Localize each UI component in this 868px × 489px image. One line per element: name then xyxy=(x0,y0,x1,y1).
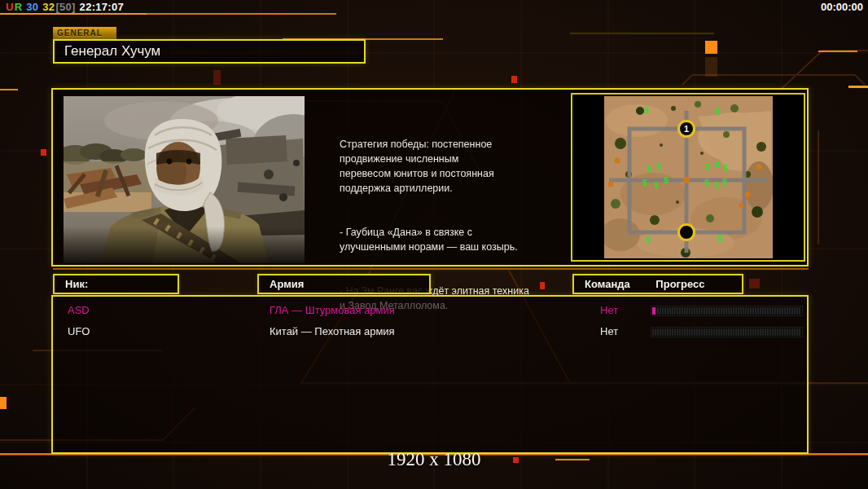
header-team-label: Команда xyxy=(585,278,630,290)
match-timer: 00:00:00 xyxy=(821,1,863,13)
player-list-panel: ASD ГЛА — Штурмовая армия Нет UFO Китай … xyxy=(51,295,809,454)
status-segment: 30 xyxy=(23,1,38,13)
player-nick: UFO xyxy=(68,321,90,342)
svg-text:$: $ xyxy=(642,178,647,187)
player-team: Нет xyxy=(600,300,618,321)
svg-text:$: $ xyxy=(654,181,659,190)
status-segment: R xyxy=(15,1,23,13)
svg-text:$: $ xyxy=(714,181,719,190)
column-header-army: Армия xyxy=(257,274,431,294)
svg-text:$: $ xyxy=(715,107,720,116)
column-header-nick: Ник: xyxy=(53,274,179,294)
svg-text:$: $ xyxy=(656,162,661,171)
status-segment: [50] xyxy=(55,1,75,13)
svg-text:$: $ xyxy=(715,161,720,170)
general-name: Генерал Хучум xyxy=(64,43,160,59)
loading-progress-bar xyxy=(651,328,802,337)
svg-text:$: $ xyxy=(704,178,709,187)
svg-text:$: $ xyxy=(644,106,649,115)
resolution-label: 1920 x 1080 xyxy=(0,449,868,470)
header-progress-label: Прогресс xyxy=(655,278,704,290)
minimap-panel: $$$$$$$$$$$$$$$ 1 xyxy=(571,93,805,262)
minimap-preview: $$$$$$$$$$$$$$$ 1 xyxy=(604,96,773,258)
svg-text:$: $ xyxy=(722,178,727,187)
header-army-label: Армия xyxy=(270,278,304,290)
tab-general[interactable]: GENERAL xyxy=(53,27,116,39)
general-title-box: Генерал Хучум xyxy=(53,39,366,64)
svg-text:$: $ xyxy=(717,234,722,243)
player-row[interactable]: UFO Китай — Пехотная армия Нет xyxy=(53,321,807,342)
column-header-team-progress: Команда Прогресс xyxy=(572,274,743,294)
general-portrait xyxy=(64,96,305,263)
player-row[interactable]: ASD ГЛА — Штурмовая армия Нет xyxy=(53,300,807,321)
header-nick-label: Ник: xyxy=(65,278,88,290)
progress-fill xyxy=(652,307,655,315)
game-lobby-screen: UR 30 32[50] 22:17:07 00:00:00 GENERAL Г… xyxy=(0,0,868,489)
svg-text:$: $ xyxy=(647,165,651,174)
player-team: Нет xyxy=(600,321,618,342)
svg-text:$: $ xyxy=(664,176,669,185)
connection-status: UR 30 32[50] 22:17:07 xyxy=(6,1,125,13)
loading-progress-bar xyxy=(651,306,802,315)
svg-text:$: $ xyxy=(723,164,728,173)
svg-text:$: $ xyxy=(705,162,710,171)
wreckage-debris xyxy=(64,161,153,212)
status-segment: U xyxy=(6,1,14,13)
start-position-marker-2 xyxy=(679,225,695,240)
svg-text:1: 1 xyxy=(684,124,689,134)
player-army: Китай — Пехотная армия xyxy=(270,321,395,342)
status-segment: 32 xyxy=(39,1,55,13)
player-army: ГЛА — Штурмовая армия xyxy=(270,300,395,321)
player-nick: ASD xyxy=(68,300,90,321)
strategy-paragraph: - Гаубица «Дана» в связке с улучшенными … xyxy=(340,225,577,254)
briefing-panel: Стратегия победы: постепенное продвижени… xyxy=(51,88,809,267)
strategy-paragraph: Стратегия победы: постепенное продвижени… xyxy=(340,137,577,196)
start-position-marker-1: 1 xyxy=(679,121,695,137)
svg-text:$: $ xyxy=(646,236,651,244)
status-segment: 22:17:07 xyxy=(77,1,124,13)
